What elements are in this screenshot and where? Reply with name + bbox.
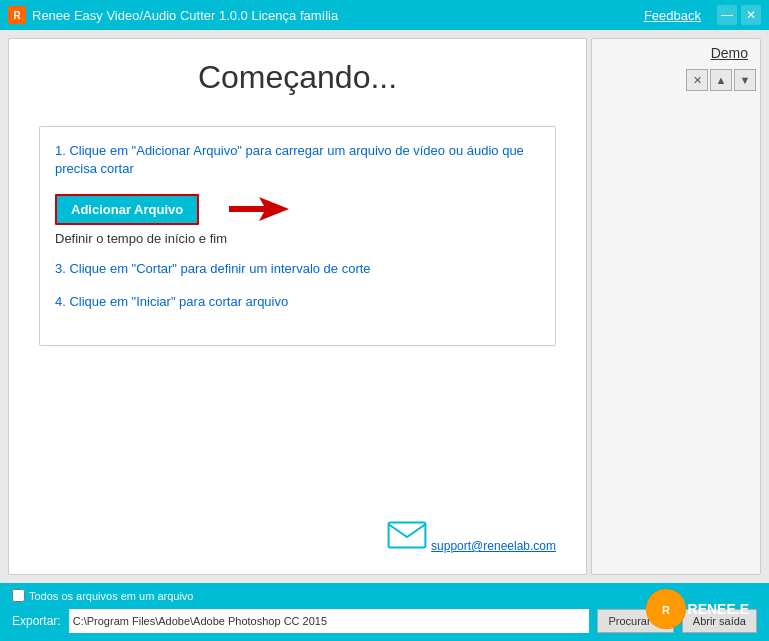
email-icon <box>387 520 427 550</box>
add-file-row: Adicionar Arquivo <box>55 192 540 227</box>
app-title: Renee Easy Video/Audio Cutter 1.0.0 Lice… <box>32 8 338 23</box>
feedback-link[interactable]: Feedback <box>644 8 701 23</box>
email-link[interactable]: support@reneelab.com <box>431 539 556 553</box>
bottom-bar: Todos os arquivos em um arquivo Exportar… <box>0 583 769 641</box>
app-icon: R <box>8 6 26 24</box>
logo-area: R RENEE.E <box>646 589 749 629</box>
step2-text: Definir o tempo de início e fim <box>55 231 540 246</box>
export-path-input[interactable] <box>69 609 590 633</box>
title-bar-right: Feedback — ✕ <box>644 5 761 25</box>
right-panel: Demo ✕ ▲ ▼ <box>591 38 761 575</box>
step4-text: 4. Clique em "Iniciar" para cortar arqui… <box>55 293 540 311</box>
main-heading: Começando... <box>39 59 556 96</box>
bottom-export-row: Exportar: Procurar ... Abrir saída R REN… <box>12 609 757 633</box>
step3-text: 3. Clique em "Cortar" para definir um in… <box>55 260 540 278</box>
right-controls: ✕ ▲ ▼ <box>686 69 756 91</box>
main-wrapper: Começando... 1. Clique em "Adicionar Arq… <box>0 30 769 583</box>
close-button[interactable]: ✕ <box>741 5 761 25</box>
arrow-icon <box>219 192 289 227</box>
checkbox-label: Todos os arquivos em um arquivo <box>29 590 193 602</box>
window-controls: — ✕ <box>717 5 761 25</box>
logo-text: RENEE.E <box>688 601 749 617</box>
email-section: support@reneelab.com <box>387 520 556 554</box>
right-close-button[interactable]: ✕ <box>686 69 708 91</box>
export-label: Exportar: <box>12 614 61 628</box>
right-up-button[interactable]: ▲ <box>710 69 732 91</box>
svg-rect-1 <box>388 523 425 548</box>
title-bar: R Renee Easy Video/Audio Cutter 1.0.0 Li… <box>0 0 769 30</box>
renee-logo-icon: R <box>646 589 686 629</box>
svg-marker-0 <box>229 197 289 221</box>
merge-files-checkbox[interactable] <box>12 589 25 602</box>
right-down-button[interactable]: ▼ <box>734 69 756 91</box>
left-panel: Começando... 1. Clique em "Adicionar Arq… <box>8 38 587 575</box>
demo-label[interactable]: Demo <box>711 45 748 61</box>
step1-text: 1. Clique em "Adicionar Arquivo" para ca… <box>55 142 540 178</box>
instructions-box: 1. Clique em "Adicionar Arquivo" para ca… <box>39 126 556 346</box>
svg-text:R: R <box>662 604 670 616</box>
title-bar-left: R Renee Easy Video/Audio Cutter 1.0.0 Li… <box>8 6 338 24</box>
checkbox-row: Todos os arquivos em um arquivo <box>12 589 193 602</box>
minimize-button[interactable]: — <box>717 5 737 25</box>
add-file-button[interactable]: Adicionar Arquivo <box>55 194 199 225</box>
